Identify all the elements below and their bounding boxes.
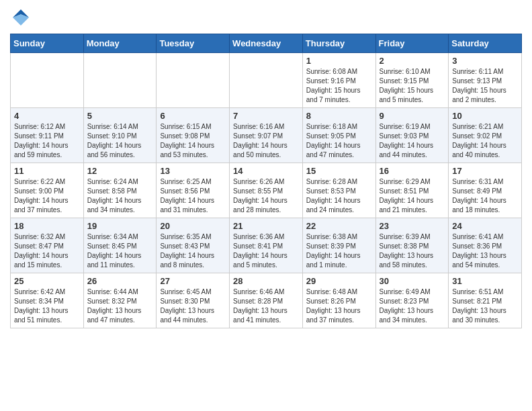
calendar-cell: 5Sunrise: 6:14 AM Sunset: 9:10 PM Daylig…	[83, 108, 157, 163]
day-number: 22	[306, 221, 372, 231]
day-info: Sunrise: 6:32 AM Sunset: 8:47 PM Dayligh…	[14, 232, 80, 270]
day-info: Sunrise: 6:28 AM Sunset: 8:53 PM Dayligh…	[306, 177, 372, 215]
calendar-cell: 3Sunrise: 6:11 AM Sunset: 9:13 PM Daylig…	[449, 53, 522, 108]
day-number: 14	[233, 166, 299, 176]
calendar-cell: 25Sunrise: 6:42 AM Sunset: 8:34 PM Dayli…	[11, 273, 84, 328]
calendar-cell: 4Sunrise: 6:12 AM Sunset: 9:11 PM Daylig…	[11, 108, 84, 163]
day-info: Sunrise: 6:49 AM Sunset: 8:23 PM Dayligh…	[380, 287, 445, 325]
logo	[10, 7, 34, 28]
calendar-cell: 13Sunrise: 6:25 AM Sunset: 8:56 PM Dayli…	[157, 163, 230, 218]
day-number: 24	[452, 221, 518, 231]
calendar-cell: 16Sunrise: 6:29 AM Sunset: 8:51 PM Dayli…	[375, 163, 449, 218]
calendar-cell: 18Sunrise: 6:32 AM Sunset: 8:47 PM Dayli…	[11, 218, 84, 273]
calendar-cell: 21Sunrise: 6:36 AM Sunset: 8:41 PM Dayli…	[230, 218, 303, 273]
day-number: 26	[87, 276, 153, 286]
day-info: Sunrise: 6:08 AM Sunset: 9:16 PM Dayligh…	[306, 67, 372, 105]
day-info: Sunrise: 6:26 AM Sunset: 8:55 PM Dayligh…	[233, 177, 299, 215]
day-info: Sunrise: 6:24 AM Sunset: 8:58 PM Dayligh…	[87, 177, 153, 215]
day-info: Sunrise: 6:22 AM Sunset: 9:00 PM Dayligh…	[14, 177, 80, 215]
calendar-cell: 30Sunrise: 6:49 AM Sunset: 8:23 PM Dayli…	[375, 273, 449, 328]
day-info: Sunrise: 6:18 AM Sunset: 9:05 PM Dayligh…	[306, 122, 372, 160]
day-info: Sunrise: 6:51 AM Sunset: 8:21 PM Dayligh…	[452, 287, 518, 325]
day-number: 10	[452, 111, 518, 121]
weekday-header: Sunday	[11, 34, 84, 53]
calendar-cell	[230, 53, 303, 108]
calendar-cell: 19Sunrise: 6:34 AM Sunset: 8:45 PM Dayli…	[83, 218, 157, 273]
day-info: Sunrise: 6:38 AM Sunset: 8:39 PM Dayligh…	[306, 232, 372, 270]
calendar-header: SundayMondayTuesdayWednesdayThursdayFrid…	[11, 34, 522, 53]
day-info: Sunrise: 6:25 AM Sunset: 8:56 PM Dayligh…	[160, 177, 226, 215]
day-info: Sunrise: 6:15 AM Sunset: 9:08 PM Dayligh…	[160, 122, 226, 160]
day-number: 4	[14, 111, 80, 121]
calendar-week-row: 4Sunrise: 6:12 AM Sunset: 9:11 PM Daylig…	[11, 108, 522, 163]
day-number: 30	[380, 276, 445, 286]
weekday-header-row: SundayMondayTuesdayWednesdayThursdayFrid…	[11, 34, 522, 53]
calendar-cell: 28Sunrise: 6:46 AM Sunset: 8:28 PM Dayli…	[230, 273, 303, 328]
day-number: 27	[160, 276, 226, 286]
day-number: 29	[306, 276, 372, 286]
day-number: 23	[380, 221, 445, 231]
day-info: Sunrise: 6:11 AM Sunset: 9:13 PM Dayligh…	[452, 67, 518, 105]
day-number: 7	[233, 111, 299, 121]
calendar-cell: 31Sunrise: 6:51 AM Sunset: 8:21 PM Dayli…	[449, 273, 522, 328]
calendar-week-row: 1Sunrise: 6:08 AM Sunset: 9:16 PM Daylig…	[11, 53, 522, 108]
day-number: 19	[87, 221, 153, 231]
calendar-cell	[157, 53, 230, 108]
day-info: Sunrise: 6:46 AM Sunset: 8:28 PM Dayligh…	[233, 287, 299, 325]
calendar-cell: 11Sunrise: 6:22 AM Sunset: 9:00 PM Dayli…	[11, 163, 84, 218]
calendar-cell: 14Sunrise: 6:26 AM Sunset: 8:55 PM Dayli…	[230, 163, 303, 218]
day-info: Sunrise: 6:44 AM Sunset: 8:32 PM Dayligh…	[87, 287, 153, 325]
calendar-cell: 26Sunrise: 6:44 AM Sunset: 8:32 PM Dayli…	[83, 273, 157, 328]
day-number: 12	[87, 166, 153, 176]
day-info: Sunrise: 6:16 AM Sunset: 9:07 PM Dayligh…	[233, 122, 299, 160]
day-number: 6	[160, 111, 226, 121]
day-info: Sunrise: 6:41 AM Sunset: 8:36 PM Dayligh…	[452, 232, 518, 270]
calendar-cell: 23Sunrise: 6:39 AM Sunset: 8:38 PM Dayli…	[375, 218, 449, 273]
calendar-week-row: 25Sunrise: 6:42 AM Sunset: 8:34 PM Dayli…	[11, 273, 522, 328]
calendar-cell: 1Sunrise: 6:08 AM Sunset: 9:16 PM Daylig…	[302, 53, 375, 108]
calendar-cell: 17Sunrise: 6:31 AM Sunset: 8:49 PM Dayli…	[449, 163, 522, 218]
calendar-body: 1Sunrise: 6:08 AM Sunset: 9:16 PM Daylig…	[11, 53, 522, 328]
calendar-cell: 22Sunrise: 6:38 AM Sunset: 8:39 PM Dayli…	[302, 218, 375, 273]
calendar-week-row: 18Sunrise: 6:32 AM Sunset: 8:47 PM Dayli…	[11, 218, 522, 273]
day-number: 21	[233, 221, 299, 231]
day-info: Sunrise: 6:36 AM Sunset: 8:41 PM Dayligh…	[233, 232, 299, 270]
day-number: 3	[452, 56, 518, 66]
day-info: Sunrise: 6:21 AM Sunset: 9:02 PM Dayligh…	[452, 122, 518, 160]
day-info: Sunrise: 6:31 AM Sunset: 8:49 PM Dayligh…	[452, 177, 518, 215]
day-number: 13	[160, 166, 226, 176]
calendar-week-row: 11Sunrise: 6:22 AM Sunset: 9:00 PM Dayli…	[11, 163, 522, 218]
day-number: 15	[306, 166, 372, 176]
day-number: 20	[160, 221, 226, 231]
day-number: 9	[380, 111, 445, 121]
day-info: Sunrise: 6:12 AM Sunset: 9:11 PM Dayligh…	[14, 122, 80, 160]
weekday-header: Thursday	[302, 34, 375, 53]
day-info: Sunrise: 6:39 AM Sunset: 8:38 PM Dayligh…	[380, 232, 445, 270]
day-info: Sunrise: 6:29 AM Sunset: 8:51 PM Dayligh…	[380, 177, 445, 215]
day-info: Sunrise: 6:34 AM Sunset: 8:45 PM Dayligh…	[87, 232, 153, 270]
page-header	[10, 7, 522, 28]
calendar-cell: 20Sunrise: 6:35 AM Sunset: 8:43 PM Dayli…	[157, 218, 230, 273]
weekday-header: Wednesday	[230, 34, 303, 53]
calendar-cell: 12Sunrise: 6:24 AM Sunset: 8:58 PM Dayli…	[83, 163, 157, 218]
weekday-header: Friday	[375, 34, 449, 53]
day-number: 5	[87, 111, 153, 121]
calendar-cell: 2Sunrise: 6:10 AM Sunset: 9:15 PM Daylig…	[375, 53, 449, 108]
calendar-cell: 15Sunrise: 6:28 AM Sunset: 8:53 PM Dayli…	[302, 163, 375, 218]
weekday-header: Monday	[83, 34, 157, 53]
calendar-cell: 8Sunrise: 6:18 AM Sunset: 9:05 PM Daylig…	[302, 108, 375, 163]
calendar-cell: 29Sunrise: 6:48 AM Sunset: 8:26 PM Dayli…	[302, 273, 375, 328]
day-number: 17	[452, 166, 518, 176]
day-info: Sunrise: 6:14 AM Sunset: 9:10 PM Dayligh…	[87, 122, 153, 160]
calendar-cell: 6Sunrise: 6:15 AM Sunset: 9:08 PM Daylig…	[157, 108, 230, 163]
day-info: Sunrise: 6:42 AM Sunset: 8:34 PM Dayligh…	[14, 287, 80, 325]
day-number: 16	[380, 166, 445, 176]
day-info: Sunrise: 6:48 AM Sunset: 8:26 PM Dayligh…	[306, 287, 372, 325]
calendar-cell: 24Sunrise: 6:41 AM Sunset: 8:36 PM Dayli…	[449, 218, 522, 273]
day-number: 25	[14, 276, 80, 286]
day-number: 31	[452, 276, 518, 286]
day-number: 18	[14, 221, 80, 231]
calendar-cell: 10Sunrise: 6:21 AM Sunset: 9:02 PM Dayli…	[449, 108, 522, 163]
weekday-header: Saturday	[449, 34, 522, 53]
weekday-header: Tuesday	[157, 34, 230, 53]
